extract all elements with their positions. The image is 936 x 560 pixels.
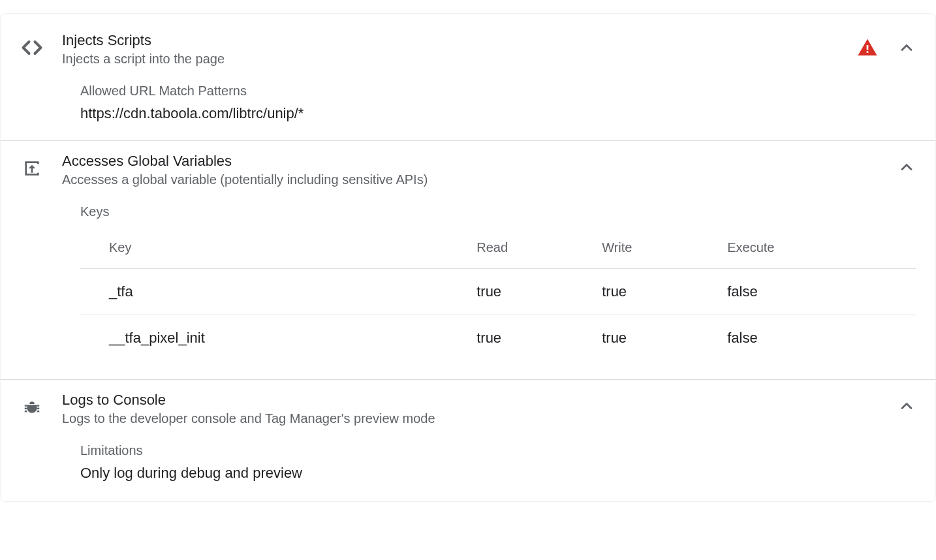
col-execute: Execute <box>698 227 824 269</box>
cell-read: true <box>448 315 573 362</box>
collapse-toggle[interactable] <box>897 158 916 176</box>
section-logs-console: Logs to Console Logs to the developer co… <box>1 380 935 482</box>
section-title: Injects Scripts <box>62 32 839 49</box>
section-injects-scripts: Injects Scripts Injects a script into th… <box>1 20 935 122</box>
svg-rect-2 <box>25 405 27 407</box>
warning-icon <box>857 37 878 58</box>
svg-rect-1 <box>867 51 869 53</box>
url-patterns-value: https://cdn.taboola.com/libtrc/unip/* <box>80 105 916 122</box>
table-header-row: Key Read Write Execute <box>80 227 916 269</box>
limitations-value: Only log during debug and preview <box>80 465 916 482</box>
bug-icon <box>20 396 44 419</box>
section-subtitle: Logs to the developer console and Tag Ma… <box>62 411 879 426</box>
col-read: Read <box>448 227 573 269</box>
table-row: _tfa true true false <box>80 269 916 315</box>
cell-read: true <box>448 269 573 315</box>
limitations-label: Limitations <box>80 443 916 458</box>
cell-execute: false <box>698 315 824 362</box>
section-subtitle: Injects a script into the page <box>62 52 839 67</box>
svg-rect-3 <box>37 405 40 407</box>
keys-table: Key Read Write Execute _tfa true true fa… <box>80 227 916 361</box>
cell-execute: false <box>698 269 824 315</box>
section-global-variables: Accesses Global Variables Accesses a glo… <box>1 141 935 361</box>
svg-rect-5 <box>37 408 40 410</box>
collapse-toggle[interactable] <box>897 39 916 57</box>
table-row: __tfa_pixel_init true true false <box>80 315 916 362</box>
col-write: Write <box>573 227 698 269</box>
section-subtitle: Accesses a global variable (potentially … <box>62 172 879 187</box>
section-title: Logs to Console <box>62 392 879 409</box>
cell-write: true <box>573 269 698 315</box>
svg-rect-4 <box>25 408 27 410</box>
svg-rect-7 <box>37 411 40 412</box>
collapse-toggle[interactable] <box>897 397 916 415</box>
code-icon <box>20 36 44 59</box>
col-key: Key <box>80 227 448 269</box>
svg-rect-0 <box>867 45 869 50</box>
url-patterns-label: Allowed URL Match Patterns <box>80 84 916 99</box>
cell-key: _tfa <box>80 269 448 315</box>
cell-key: __tfa_pixel_init <box>80 315 448 362</box>
svg-rect-6 <box>25 411 27 412</box>
section-title: Accesses Global Variables <box>62 153 879 170</box>
keys-label: Keys <box>80 204 916 219</box>
global-upload-icon <box>20 157 44 180</box>
cell-write: true <box>573 315 698 362</box>
permissions-panel: Injects Scripts Injects a script into th… <box>0 13 936 502</box>
